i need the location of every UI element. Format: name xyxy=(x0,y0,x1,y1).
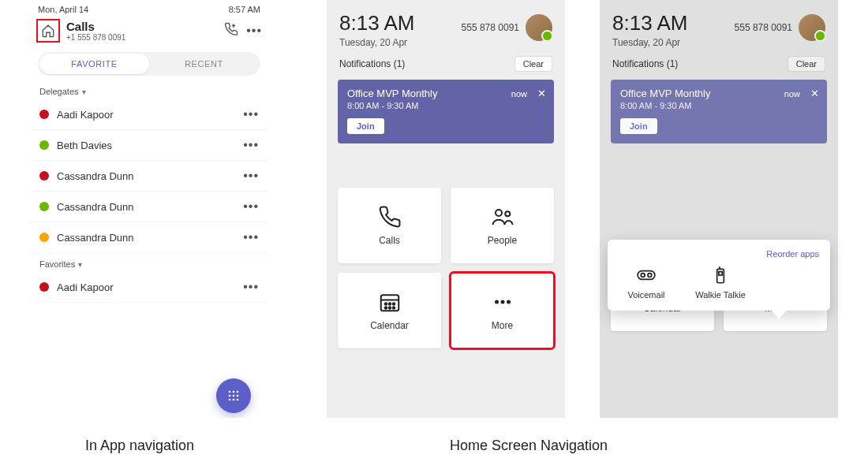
more-apps-popover: Reorder apps Voicemail Walkie Talkie xyxy=(608,240,830,311)
dialpad-button[interactable] xyxy=(216,378,251,413)
status-time: 8:57 AM xyxy=(229,5,260,14)
section-favorites[interactable]: Favorites ▾ xyxy=(30,253,268,272)
reorder-apps-link[interactable]: Reorder apps xyxy=(619,249,819,259)
notif-time: 8:00 AM - 9:30 AM xyxy=(347,101,544,110)
more-icon[interactable]: ••• xyxy=(243,199,259,214)
more-icon[interactable]: ••• xyxy=(243,280,259,294)
tile-label: More xyxy=(492,320,513,331)
clear-button[interactable]: Clear xyxy=(514,56,552,72)
app-label: Voicemail xyxy=(627,290,664,300)
avatar[interactable] xyxy=(799,14,825,41)
clear-button[interactable]: Clear xyxy=(788,56,825,72)
contact-row[interactable]: Cassandra Dunn••• xyxy=(30,192,268,222)
svg-point-7 xyxy=(233,399,235,401)
close-icon[interactable]: ✕ xyxy=(810,88,819,99)
svg-point-0 xyxy=(229,391,231,393)
app-header: Calls +1 555 878 0091 ••• xyxy=(30,16,268,46)
tabs: FAVORITE RECENT xyxy=(38,52,260,76)
in-app-panel: Mon, April 14 8:57 AM Calls +1 555 878 0… xyxy=(30,0,268,418)
contact-name: Aadi Kapoor xyxy=(57,281,235,293)
app-label: Walkie Talkie xyxy=(695,290,746,300)
close-icon[interactable]: ✕ xyxy=(537,88,546,99)
contact-row[interactable]: Aadi Kapoor••• xyxy=(30,272,268,303)
status-bar: Mon, April 14 8:57 AM xyxy=(30,0,268,16)
presence-icon xyxy=(39,140,49,150)
presence-icon xyxy=(39,202,49,211)
presence-icon xyxy=(39,110,49,119)
contact-name: Cassandra Dunn xyxy=(57,170,235,182)
chevron-down-icon: ▾ xyxy=(82,88,86,96)
join-button[interactable]: Join xyxy=(347,118,384,134)
svg-point-1 xyxy=(233,391,235,393)
app-voicemail[interactable]: Voicemail xyxy=(619,265,674,300)
app-walkie-talkie[interactable]: Walkie Talkie xyxy=(693,265,748,300)
svg-point-5 xyxy=(237,395,239,397)
more-icon[interactable]: ••• xyxy=(243,138,259,152)
clock-date: Tuesday, 20 Apr xyxy=(612,37,687,48)
contact-name: Cassandra Dunn xyxy=(57,201,235,213)
notifications-header: Notifications (1) xyxy=(612,58,678,69)
avatar[interactable] xyxy=(526,14,552,41)
tile-label: People xyxy=(488,235,517,246)
chevron-down-icon: ▾ xyxy=(78,260,82,269)
contact-name: Beth Davies xyxy=(57,140,235,151)
svg-point-8 xyxy=(237,399,239,401)
more-icon[interactable]: ••• xyxy=(243,107,259,121)
svg-point-19 xyxy=(500,300,504,304)
notification-card[interactable]: Office MVP Monthly 8:00 AM - 9:30 AM now… xyxy=(338,80,554,143)
title-block: Calls +1 555 878 0091 xyxy=(66,20,218,42)
status-date: Mon, April 14 xyxy=(38,5,88,14)
header-phone: +1 555 878 0091 xyxy=(66,33,218,42)
contact-row[interactable]: Aadi Kapoor••• xyxy=(30,99,268,130)
tile-label: Calls xyxy=(379,235,400,246)
svg-point-4 xyxy=(233,395,235,397)
clock-time: 8:13 AM xyxy=(612,11,687,35)
contact-name: Cassandra Dunn xyxy=(57,232,235,244)
header-phone: 555 878 0091 xyxy=(462,22,519,33)
tile-more[interactable]: More xyxy=(451,273,554,348)
contact-name: Aadi Kapoor xyxy=(57,109,235,121)
header-more-icon[interactable]: ••• xyxy=(246,24,262,38)
home-panel: 8:13 AM Tuesday, 20 Apr 555 878 0091 Not… xyxy=(327,0,565,418)
caption-left: In App navigation xyxy=(85,438,194,454)
notif-tag: now xyxy=(511,89,527,99)
svg-point-32 xyxy=(641,274,645,277)
section-delegates[interactable]: Delegates ▾ xyxy=(30,80,268,99)
svg-point-20 xyxy=(507,300,511,304)
svg-point-6 xyxy=(229,399,231,401)
join-button[interactable]: Join xyxy=(620,118,657,134)
svg-point-10 xyxy=(505,211,510,216)
svg-point-13 xyxy=(388,303,391,305)
add-call-icon[interactable] xyxy=(224,22,238,39)
clock-time: 8:13 AM xyxy=(339,11,414,35)
tab-favorite[interactable]: FAVORITE xyxy=(39,54,149,74)
svg-point-33 xyxy=(648,274,652,277)
svg-point-12 xyxy=(384,303,387,305)
notif-tag: now xyxy=(784,89,800,99)
presence-icon xyxy=(39,233,49,242)
contact-row[interactable]: Beth Davies••• xyxy=(30,130,268,161)
home-panel-popover: 8:13 AM Tuesday, 20 Apr 555 878 0091 Not… xyxy=(600,0,838,418)
svg-point-15 xyxy=(384,307,387,309)
notif-time: 8:00 AM - 9:30 AM xyxy=(620,101,817,110)
tile-label: Calendar xyxy=(370,320,409,331)
home-icon[interactable] xyxy=(36,19,60,43)
caption-right: Home Screen Navigation xyxy=(450,438,608,454)
more-icon[interactable]: ••• xyxy=(243,169,259,183)
notification-card[interactable]: Office MVP Monthly 8:00 AM - 9:30 AM now… xyxy=(611,80,827,143)
svg-rect-35 xyxy=(719,272,722,275)
tab-recent[interactable]: RECENT xyxy=(149,54,259,74)
svg-point-9 xyxy=(496,210,502,216)
notifications-header: Notifications (1) xyxy=(339,58,405,69)
contact-row[interactable]: Cassandra Dunn••• xyxy=(30,161,268,192)
svg-point-17 xyxy=(392,307,395,309)
svg-point-18 xyxy=(495,300,499,304)
tile-calls[interactable]: Calls xyxy=(338,188,441,263)
svg-point-14 xyxy=(392,303,395,305)
contact-row[interactable]: Cassandra Dunn••• xyxy=(30,222,268,253)
tile-calendar[interactable]: Calendar xyxy=(338,273,441,348)
presence-icon xyxy=(39,171,49,181)
svg-point-2 xyxy=(237,391,239,393)
tile-people[interactable]: People xyxy=(451,188,554,263)
more-icon[interactable]: ••• xyxy=(243,230,259,244)
